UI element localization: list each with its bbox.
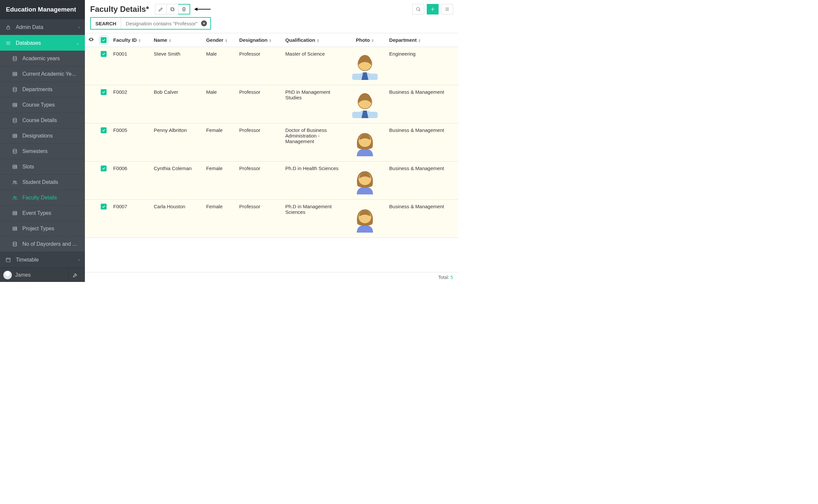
total-count: 5 [450, 275, 453, 280]
table-row[interactable]: F0005Penny AlbrittonFemaleProfessorDocto… [85, 123, 458, 162]
sidebar: Education Management Admin Data › Databa… [0, 0, 85, 282]
cell-name: Cynthia Coleman [150, 162, 203, 200]
svg-rect-17 [171, 8, 174, 11]
search-icon [415, 6, 421, 12]
svg-point-1 [13, 56, 17, 58]
sidebar-item-label: Academic years [22, 56, 60, 62]
column-header-department[interactable]: Department▲▼ [386, 33, 458, 47]
search-button[interactable] [412, 4, 424, 14]
column-header-name[interactable]: Name▲▼ [150, 33, 203, 47]
svg-rect-13 [13, 212, 17, 215]
sidebar-item-student-details[interactable]: Student Details [0, 174, 85, 190]
sidebar-item-departments[interactable]: Departments [0, 82, 85, 97]
sidebar-item-academic-years[interactable]: Academic years [0, 51, 85, 66]
sidebar-item-current-academic-ye[interactable]: Current Academic Ye... [0, 66, 85, 82]
sidebar-section-label: Databases [16, 40, 41, 46]
svg-point-12 [15, 197, 16, 198]
column-header-qualification[interactable]: Qualification▲▼ [282, 33, 344, 47]
cell-name: Penny Albritton [150, 123, 203, 162]
menu-icon [5, 40, 11, 46]
settings-wrench-button[interactable] [68, 268, 82, 282]
sidebar-databases-list: Academic yearsCurrent Academic Ye...Depa… [0, 51, 85, 252]
sidebar-section-databases[interactable]: Databases ⌄ [0, 35, 85, 51]
sidebar-item-faculty-details[interactable]: Faculty Details [0, 190, 85, 205]
sort-icon: ▲▼ [225, 38, 228, 42]
cell-department: Business & Management [386, 123, 458, 162]
cell-qualification: Ph.D in Management Sciences [282, 200, 344, 238]
user-name[interactable]: James [15, 272, 65, 278]
db-icon [12, 56, 18, 62]
sidebar-item-semesters[interactable]: Semesters [0, 143, 85, 159]
delete-button[interactable] [178, 4, 190, 14]
search-query: Designation contains "Professor" [121, 18, 210, 29]
sidebar-item-slots[interactable]: Slots [0, 159, 85, 174]
select-all-header[interactable] [97, 33, 110, 47]
sidebar-item-label: Departments [22, 87, 53, 92]
svg-point-9 [13, 181, 15, 183]
more-menu-button[interactable] [441, 4, 453, 14]
table-wrap[interactable]: Faculty ID▲▼ Name▲▼ Gender▲▼ Designation… [85, 33, 458, 272]
select-all-checkbox[interactable] [101, 37, 107, 43]
column-visibility[interactable] [85, 33, 97, 47]
sidebar-item-project-types[interactable]: Project Types [0, 221, 85, 236]
sidebar-item-event-types[interactable]: Event Types [0, 205, 85, 221]
db-icon [12, 87, 18, 92]
cell-faculty-id: F0007 [110, 200, 150, 238]
table-icon [12, 226, 18, 232]
svg-rect-14 [13, 227, 17, 231]
table-row[interactable]: F0002Bob CalverMaleProfessorPhD in Manag… [85, 85, 458, 123]
cell-qualification: Doctor of Business Administration - Mana… [282, 123, 344, 162]
active-search-filter[interactable]: SEARCH Designation contains "Professor" [90, 17, 211, 30]
search-query-text: Designation contains "Professor" [126, 21, 197, 26]
row-checkbox[interactable] [101, 127, 107, 133]
main-content: Faculty Details* [85, 0, 458, 282]
sidebar-item-course-details[interactable]: Course Details [0, 113, 85, 128]
sidebar-item-label: Student Details [22, 179, 58, 185]
svg-point-11 [13, 196, 15, 198]
cell-department: Engineering [386, 47, 458, 85]
chevron-down-icon: ⌄ [76, 40, 80, 45]
duplicate-button[interactable] [167, 4, 178, 14]
cell-qualification: Ph.D in Health Sciences [282, 162, 344, 200]
column-header-photo[interactable]: Photo▲▼ [344, 33, 386, 47]
table-icon [12, 164, 18, 170]
sidebar-item-course-types[interactable]: Course Types [0, 97, 85, 113]
row-checkbox[interactable] [101, 89, 107, 95]
row-checkbox[interactable] [101, 165, 107, 171]
user-avatar-icon[interactable] [3, 271, 12, 279]
table-row[interactable]: F0001Steve SmithMaleProfessorMaster of S… [85, 47, 458, 85]
sidebar-item-label: Course Details [22, 117, 57, 123]
sidebar-section-admin-data[interactable]: Admin Data › [0, 19, 85, 35]
sort-icon: ▲▼ [138, 38, 141, 42]
db-icon [12, 148, 18, 154]
add-record-button[interactable] [427, 4, 439, 14]
table-row[interactable]: F0007Carla HoustonFemaleProfessorPh.D in… [85, 200, 458, 238]
pencil-icon [158, 6, 164, 12]
sidebar-item-designations[interactable]: Designations [0, 128, 85, 143]
cell-department: Business & Management [386, 162, 458, 200]
total-label: Total: [438, 275, 449, 280]
copy-icon [169, 6, 175, 12]
edit-button[interactable] [155, 4, 167, 14]
table-icon [12, 133, 18, 139]
column-header-gender[interactable]: Gender▲▼ [203, 33, 236, 47]
calendar-icon [5, 257, 11, 263]
table-row[interactable]: F0006Cynthia ColemanFemaleProfessorPh.D … [85, 162, 458, 200]
plus-icon [430, 6, 436, 12]
cell-faculty-id: F0002 [110, 85, 150, 123]
cell-gender: Female [203, 162, 236, 200]
cell-qualification: Master of Science [282, 47, 344, 85]
faculty-table: Faculty ID▲▼ Name▲▼ Gender▲▼ Designation… [85, 33, 458, 238]
sort-icon: ▲▼ [269, 38, 272, 42]
sidebar-section-timetable[interactable]: Timetable › [0, 252, 85, 267]
cell-name: Bob Calver [150, 85, 203, 123]
cell-designation: Professor [236, 162, 282, 200]
sidebar-item-label: Course Types [22, 102, 55, 108]
column-header-faculty-id[interactable]: Faculty ID▲▼ [110, 33, 150, 47]
row-checkbox[interactable] [101, 204, 107, 210]
svg-rect-18 [170, 8, 173, 10]
column-header-designation[interactable]: Designation▲▼ [236, 33, 282, 47]
row-checkbox[interactable] [101, 51, 107, 57]
clear-search-button[interactable] [201, 20, 207, 26]
sidebar-item-no-of-dayorders-and[interactable]: No of Dayorders and ... [0, 236, 85, 252]
